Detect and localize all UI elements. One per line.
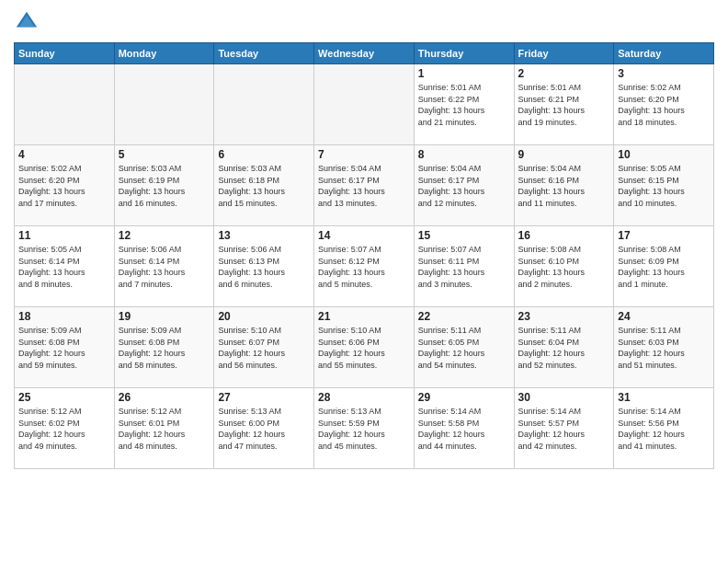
day-info: Sunrise: 5:06 AM Sunset: 6:13 PM Dayligh…	[218, 244, 310, 290]
calendar-cell: 6Sunrise: 5:03 AM Sunset: 6:18 PM Daylig…	[214, 145, 314, 226]
day-number: 12	[119, 229, 210, 242]
calendar-cell: 16Sunrise: 5:08 AM Sunset: 6:10 PM Dayli…	[514, 226, 614, 307]
day-info: Sunrise: 5:08 AM Sunset: 6:10 PM Dayligh…	[518, 244, 610, 290]
day-number: 15	[418, 229, 510, 242]
calendar-cell	[114, 64, 214, 145]
day-info: Sunrise: 5:13 AM Sunset: 6:00 PM Dayligh…	[218, 406, 310, 452]
calendar-cell: 2Sunrise: 5:01 AM Sunset: 6:21 PM Daylig…	[514, 64, 614, 145]
calendar: SundayMondayTuesdayWednesdayThursdayFrid…	[14, 42, 714, 469]
logo-icon	[14, 9, 40, 35]
day-info: Sunrise: 5:05 AM Sunset: 6:14 PM Dayligh…	[18, 244, 110, 290]
calendar-cell: 24Sunrise: 5:11 AM Sunset: 6:03 PM Dayli…	[614, 307, 714, 388]
day-number: 7	[318, 148, 410, 161]
day-number: 18	[18, 310, 110, 323]
weekday-header-saturday: Saturday	[614, 43, 714, 64]
day-number: 31	[618, 391, 710, 404]
weekday-header-friday: Friday	[514, 43, 614, 64]
day-number: 30	[518, 391, 610, 404]
day-number: 6	[218, 148, 310, 161]
logo	[14, 9, 43, 35]
day-info: Sunrise: 5:10 AM Sunset: 6:06 PM Dayligh…	[318, 325, 410, 371]
day-info: Sunrise: 5:08 AM Sunset: 6:09 PM Dayligh…	[618, 244, 710, 290]
calendar-cell: 26Sunrise: 5:12 AM Sunset: 6:01 PM Dayli…	[114, 388, 214, 469]
calendar-cell: 1Sunrise: 5:01 AM Sunset: 6:22 PM Daylig…	[414, 64, 514, 145]
calendar-cell: 4Sunrise: 5:02 AM Sunset: 6:20 PM Daylig…	[15, 145, 115, 226]
calendar-week-4: 18Sunrise: 5:09 AM Sunset: 6:08 PM Dayli…	[15, 307, 714, 388]
calendar-cell: 11Sunrise: 5:05 AM Sunset: 6:14 PM Dayli…	[15, 226, 115, 307]
calendar-cell: 8Sunrise: 5:04 AM Sunset: 6:17 PM Daylig…	[414, 145, 514, 226]
calendar-week-2: 4Sunrise: 5:02 AM Sunset: 6:20 PM Daylig…	[15, 145, 714, 226]
calendar-cell: 17Sunrise: 5:08 AM Sunset: 6:09 PM Dayli…	[614, 226, 714, 307]
day-info: Sunrise: 5:07 AM Sunset: 6:12 PM Dayligh…	[318, 244, 410, 290]
day-number: 1	[418, 67, 510, 80]
day-info: Sunrise: 5:07 AM Sunset: 6:11 PM Dayligh…	[418, 244, 510, 290]
calendar-cell: 19Sunrise: 5:09 AM Sunset: 6:08 PM Dayli…	[114, 307, 214, 388]
day-number: 13	[218, 229, 310, 242]
day-info: Sunrise: 5:01 AM Sunset: 6:22 PM Dayligh…	[418, 82, 510, 128]
calendar-cell: 28Sunrise: 5:13 AM Sunset: 5:59 PM Dayli…	[314, 388, 415, 469]
day-number: 23	[518, 310, 610, 323]
day-number: 20	[218, 310, 310, 323]
day-info: Sunrise: 5:12 AM Sunset: 6:01 PM Dayligh…	[119, 406, 210, 452]
calendar-cell	[15, 64, 115, 145]
day-number: 22	[418, 310, 510, 323]
calendar-cell: 3Sunrise: 5:02 AM Sunset: 6:20 PM Daylig…	[614, 64, 714, 145]
calendar-cell: 14Sunrise: 5:07 AM Sunset: 6:12 PM Dayli…	[314, 226, 415, 307]
day-number: 19	[119, 310, 210, 323]
calendar-cell: 27Sunrise: 5:13 AM Sunset: 6:00 PM Dayli…	[214, 388, 314, 469]
day-info: Sunrise: 5:05 AM Sunset: 6:15 PM Dayligh…	[618, 163, 710, 209]
day-number: 10	[618, 148, 710, 161]
day-info: Sunrise: 5:11 AM Sunset: 6:05 PM Dayligh…	[418, 325, 510, 371]
day-number: 24	[618, 310, 710, 323]
day-number: 5	[119, 148, 210, 161]
day-number: 9	[518, 148, 610, 161]
day-info: Sunrise: 5:01 AM Sunset: 6:21 PM Dayligh…	[518, 82, 610, 128]
header	[14, 9, 714, 35]
weekday-header-wednesday: Wednesday	[314, 43, 415, 64]
day-number: 11	[18, 229, 110, 242]
calendar-week-5: 25Sunrise: 5:12 AM Sunset: 6:02 PM Dayli…	[15, 388, 714, 469]
calendar-cell	[214, 64, 314, 145]
day-number: 8	[418, 148, 510, 161]
day-number: 21	[318, 310, 410, 323]
day-info: Sunrise: 5:09 AM Sunset: 6:08 PM Dayligh…	[18, 325, 110, 371]
calendar-cell	[314, 64, 415, 145]
day-info: Sunrise: 5:14 AM Sunset: 5:57 PM Dayligh…	[518, 406, 610, 452]
day-info: Sunrise: 5:11 AM Sunset: 6:04 PM Dayligh…	[518, 325, 610, 371]
calendar-cell: 31Sunrise: 5:14 AM Sunset: 5:56 PM Dayli…	[614, 388, 714, 469]
calendar-cell: 7Sunrise: 5:04 AM Sunset: 6:17 PM Daylig…	[314, 145, 415, 226]
day-info: Sunrise: 5:11 AM Sunset: 6:03 PM Dayligh…	[618, 325, 710, 371]
weekday-header-sunday: Sunday	[15, 43, 115, 64]
calendar-cell: 13Sunrise: 5:06 AM Sunset: 6:13 PM Dayli…	[214, 226, 314, 307]
day-number: 27	[218, 391, 310, 404]
weekday-header-row: SundayMondayTuesdayWednesdayThursdayFrid…	[15, 43, 714, 64]
calendar-cell: 9Sunrise: 5:04 AM Sunset: 6:16 PM Daylig…	[514, 145, 614, 226]
weekday-header-monday: Monday	[114, 43, 214, 64]
day-info: Sunrise: 5:06 AM Sunset: 6:14 PM Dayligh…	[119, 244, 210, 290]
calendar-cell: 15Sunrise: 5:07 AM Sunset: 6:11 PM Dayli…	[414, 226, 514, 307]
weekday-header-tuesday: Tuesday	[214, 43, 314, 64]
day-number: 14	[318, 229, 410, 242]
day-info: Sunrise: 5:12 AM Sunset: 6:02 PM Dayligh…	[18, 406, 110, 452]
day-number: 3	[618, 67, 710, 80]
day-info: Sunrise: 5:03 AM Sunset: 6:19 PM Dayligh…	[119, 163, 210, 209]
day-info: Sunrise: 5:14 AM Sunset: 5:58 PM Dayligh…	[418, 406, 510, 452]
calendar-cell: 21Sunrise: 5:10 AM Sunset: 6:06 PM Dayli…	[314, 307, 415, 388]
calendar-cell: 23Sunrise: 5:11 AM Sunset: 6:04 PM Dayli…	[514, 307, 614, 388]
day-number: 26	[119, 391, 210, 404]
calendar-week-1: 1Sunrise: 5:01 AM Sunset: 6:22 PM Daylig…	[15, 64, 714, 145]
calendar-cell: 30Sunrise: 5:14 AM Sunset: 5:57 PM Dayli…	[514, 388, 614, 469]
day-info: Sunrise: 5:04 AM Sunset: 6:17 PM Dayligh…	[318, 163, 410, 209]
calendar-cell: 5Sunrise: 5:03 AM Sunset: 6:19 PM Daylig…	[114, 145, 214, 226]
day-info: Sunrise: 5:02 AM Sunset: 6:20 PM Dayligh…	[618, 82, 710, 128]
calendar-cell: 22Sunrise: 5:11 AM Sunset: 6:05 PM Dayli…	[414, 307, 514, 388]
calendar-cell: 18Sunrise: 5:09 AM Sunset: 6:08 PM Dayli…	[15, 307, 115, 388]
day-number: 29	[418, 391, 510, 404]
day-info: Sunrise: 5:04 AM Sunset: 6:17 PM Dayligh…	[418, 163, 510, 209]
day-info: Sunrise: 5:03 AM Sunset: 6:18 PM Dayligh…	[218, 163, 310, 209]
day-info: Sunrise: 5:13 AM Sunset: 5:59 PM Dayligh…	[318, 406, 410, 452]
day-number: 2	[518, 67, 610, 80]
calendar-cell: 10Sunrise: 5:05 AM Sunset: 6:15 PM Dayli…	[614, 145, 714, 226]
day-info: Sunrise: 5:04 AM Sunset: 6:16 PM Dayligh…	[518, 163, 610, 209]
day-number: 28	[318, 391, 410, 404]
